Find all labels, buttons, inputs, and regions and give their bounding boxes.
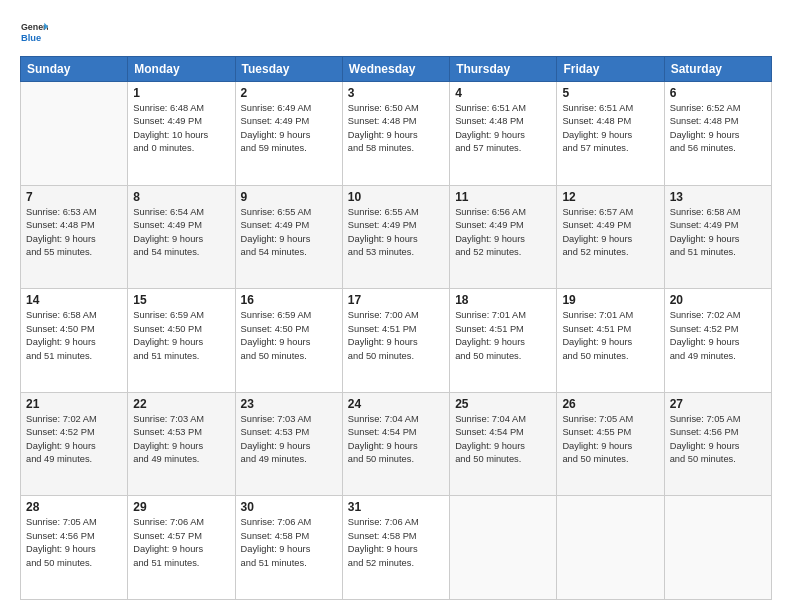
day-info: Sunrise: 7:03 AMSunset: 4:53 PMDaylight:…	[133, 413, 229, 467]
day-number: 25	[455, 397, 551, 411]
day-info: Sunrise: 7:02 AMSunset: 4:52 PMDaylight:…	[26, 413, 122, 467]
calendar-cell: 30Sunrise: 7:06 AMSunset: 4:58 PMDayligh…	[235, 496, 342, 600]
day-info: Sunrise: 6:52 AMSunset: 4:48 PMDaylight:…	[670, 102, 766, 156]
day-number: 1	[133, 86, 229, 100]
calendar-cell: 31Sunrise: 7:06 AMSunset: 4:58 PMDayligh…	[342, 496, 449, 600]
calendar-cell: 23Sunrise: 7:03 AMSunset: 4:53 PMDayligh…	[235, 392, 342, 496]
logo-icon: General Blue	[20, 18, 48, 46]
day-number: 23	[241, 397, 337, 411]
day-number: 7	[26, 190, 122, 204]
day-header-friday: Friday	[557, 57, 664, 82]
day-number: 8	[133, 190, 229, 204]
day-info: Sunrise: 6:56 AMSunset: 4:49 PMDaylight:…	[455, 206, 551, 260]
calendar-cell: 9Sunrise: 6:55 AMSunset: 4:49 PMDaylight…	[235, 185, 342, 289]
day-info: Sunrise: 6:59 AMSunset: 4:50 PMDaylight:…	[241, 309, 337, 363]
day-number: 17	[348, 293, 444, 307]
day-info: Sunrise: 6:48 AMSunset: 4:49 PMDaylight:…	[133, 102, 229, 156]
day-info: Sunrise: 6:51 AMSunset: 4:48 PMDaylight:…	[562, 102, 658, 156]
day-header-monday: Monday	[128, 57, 235, 82]
day-number: 22	[133, 397, 229, 411]
day-number: 11	[455, 190, 551, 204]
day-number: 21	[26, 397, 122, 411]
calendar-cell: 14Sunrise: 6:58 AMSunset: 4:50 PMDayligh…	[21, 289, 128, 393]
day-info: Sunrise: 6:57 AMSunset: 4:49 PMDaylight:…	[562, 206, 658, 260]
calendar-cell	[557, 496, 664, 600]
calendar-cell: 1Sunrise: 6:48 AMSunset: 4:49 PMDaylight…	[128, 82, 235, 186]
day-header-sunday: Sunday	[21, 57, 128, 82]
calendar-cell: 8Sunrise: 6:54 AMSunset: 4:49 PMDaylight…	[128, 185, 235, 289]
day-info: Sunrise: 6:58 AMSunset: 4:49 PMDaylight:…	[670, 206, 766, 260]
day-number: 2	[241, 86, 337, 100]
page: General Blue SundayMondayTuesdayWednesda…	[0, 0, 792, 612]
calendar-table: SundayMondayTuesdayWednesdayThursdayFrid…	[20, 56, 772, 600]
calendar-cell: 20Sunrise: 7:02 AMSunset: 4:52 PMDayligh…	[664, 289, 771, 393]
day-info: Sunrise: 6:58 AMSunset: 4:50 PMDaylight:…	[26, 309, 122, 363]
day-header-thursday: Thursday	[450, 57, 557, 82]
calendar-cell: 22Sunrise: 7:03 AMSunset: 4:53 PMDayligh…	[128, 392, 235, 496]
calendar-cell: 17Sunrise: 7:00 AMSunset: 4:51 PMDayligh…	[342, 289, 449, 393]
calendar-cell: 10Sunrise: 6:55 AMSunset: 4:49 PMDayligh…	[342, 185, 449, 289]
day-info: Sunrise: 7:01 AMSunset: 4:51 PMDaylight:…	[562, 309, 658, 363]
day-info: Sunrise: 7:05 AMSunset: 4:56 PMDaylight:…	[26, 516, 122, 570]
calendar-cell: 11Sunrise: 6:56 AMSunset: 4:49 PMDayligh…	[450, 185, 557, 289]
day-info: Sunrise: 6:55 AMSunset: 4:49 PMDaylight:…	[241, 206, 337, 260]
calendar-cell: 3Sunrise: 6:50 AMSunset: 4:48 PMDaylight…	[342, 82, 449, 186]
svg-text:Blue: Blue	[21, 33, 41, 43]
day-number: 26	[562, 397, 658, 411]
day-number: 3	[348, 86, 444, 100]
day-info: Sunrise: 7:03 AMSunset: 4:53 PMDaylight:…	[241, 413, 337, 467]
header: General Blue	[20, 18, 772, 46]
day-header-wednesday: Wednesday	[342, 57, 449, 82]
day-number: 27	[670, 397, 766, 411]
calendar-cell: 19Sunrise: 7:01 AMSunset: 4:51 PMDayligh…	[557, 289, 664, 393]
calendar-cell: 21Sunrise: 7:02 AMSunset: 4:52 PMDayligh…	[21, 392, 128, 496]
week-row-5: 28Sunrise: 7:05 AMSunset: 4:56 PMDayligh…	[21, 496, 772, 600]
day-info: Sunrise: 6:53 AMSunset: 4:48 PMDaylight:…	[26, 206, 122, 260]
day-info: Sunrise: 6:50 AMSunset: 4:48 PMDaylight:…	[348, 102, 444, 156]
day-number: 18	[455, 293, 551, 307]
calendar-cell: 27Sunrise: 7:05 AMSunset: 4:56 PMDayligh…	[664, 392, 771, 496]
day-number: 4	[455, 86, 551, 100]
day-number: 12	[562, 190, 658, 204]
day-info: Sunrise: 6:49 AMSunset: 4:49 PMDaylight:…	[241, 102, 337, 156]
day-info: Sunrise: 7:00 AMSunset: 4:51 PMDaylight:…	[348, 309, 444, 363]
day-number: 16	[241, 293, 337, 307]
day-number: 10	[348, 190, 444, 204]
week-row-4: 21Sunrise: 7:02 AMSunset: 4:52 PMDayligh…	[21, 392, 772, 496]
calendar-cell: 2Sunrise: 6:49 AMSunset: 4:49 PMDaylight…	[235, 82, 342, 186]
calendar-cell	[21, 82, 128, 186]
calendar-cell: 24Sunrise: 7:04 AMSunset: 4:54 PMDayligh…	[342, 392, 449, 496]
day-info: Sunrise: 6:54 AMSunset: 4:49 PMDaylight:…	[133, 206, 229, 260]
day-number: 20	[670, 293, 766, 307]
calendar-cell: 28Sunrise: 7:05 AMSunset: 4:56 PMDayligh…	[21, 496, 128, 600]
day-info: Sunrise: 7:06 AMSunset: 4:58 PMDaylight:…	[241, 516, 337, 570]
day-number: 5	[562, 86, 658, 100]
day-number: 31	[348, 500, 444, 514]
day-info: Sunrise: 7:05 AMSunset: 4:56 PMDaylight:…	[670, 413, 766, 467]
logo: General Blue	[20, 18, 52, 46]
svg-text:General: General	[21, 22, 48, 32]
day-info: Sunrise: 6:59 AMSunset: 4:50 PMDaylight:…	[133, 309, 229, 363]
day-number: 24	[348, 397, 444, 411]
calendar-cell: 4Sunrise: 6:51 AMSunset: 4:48 PMDaylight…	[450, 82, 557, 186]
header-row: SundayMondayTuesdayWednesdayThursdayFrid…	[21, 57, 772, 82]
calendar-cell: 16Sunrise: 6:59 AMSunset: 4:50 PMDayligh…	[235, 289, 342, 393]
calendar-cell: 13Sunrise: 6:58 AMSunset: 4:49 PMDayligh…	[664, 185, 771, 289]
day-info: Sunrise: 6:51 AMSunset: 4:48 PMDaylight:…	[455, 102, 551, 156]
day-number: 9	[241, 190, 337, 204]
day-header-saturday: Saturday	[664, 57, 771, 82]
day-number: 30	[241, 500, 337, 514]
day-info: Sunrise: 6:55 AMSunset: 4:49 PMDaylight:…	[348, 206, 444, 260]
day-info: Sunrise: 7:05 AMSunset: 4:55 PMDaylight:…	[562, 413, 658, 467]
week-row-1: 1Sunrise: 6:48 AMSunset: 4:49 PMDaylight…	[21, 82, 772, 186]
day-number: 13	[670, 190, 766, 204]
calendar-cell: 26Sunrise: 7:05 AMSunset: 4:55 PMDayligh…	[557, 392, 664, 496]
day-info: Sunrise: 7:06 AMSunset: 4:57 PMDaylight:…	[133, 516, 229, 570]
week-row-2: 7Sunrise: 6:53 AMSunset: 4:48 PMDaylight…	[21, 185, 772, 289]
day-number: 28	[26, 500, 122, 514]
calendar-cell: 12Sunrise: 6:57 AMSunset: 4:49 PMDayligh…	[557, 185, 664, 289]
week-row-3: 14Sunrise: 6:58 AMSunset: 4:50 PMDayligh…	[21, 289, 772, 393]
day-info: Sunrise: 7:01 AMSunset: 4:51 PMDaylight:…	[455, 309, 551, 363]
day-info: Sunrise: 7:02 AMSunset: 4:52 PMDaylight:…	[670, 309, 766, 363]
day-number: 29	[133, 500, 229, 514]
